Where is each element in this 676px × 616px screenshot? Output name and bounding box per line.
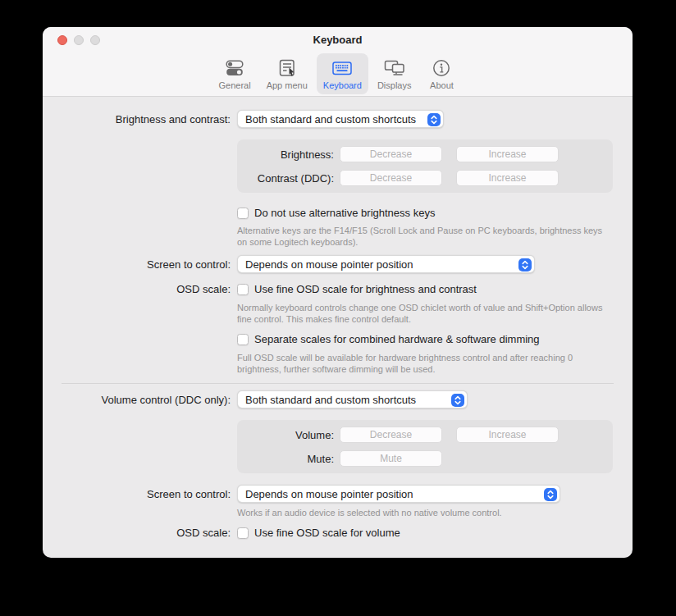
keyboard-settings-pane: Brightness and contrast: Both standard a… [43, 97, 633, 539]
brightness-contrast-label: Brightness and contrast: [43, 113, 237, 125]
window-chrome: Keyboard General [43, 27, 633, 97]
screen-to-control-label: Screen to control: [43, 488, 237, 500]
tab-label: Keyboard [323, 80, 362, 90]
separate-scales-checkbox[interactable] [237, 334, 249, 345]
brightness-screen-dropdown[interactable]: Depends on mouse pointer position [237, 255, 535, 273]
checkbox-label: Use fine OSD scale for volume [254, 527, 400, 539]
tab-label: About [430, 80, 454, 90]
section-divider [62, 383, 614, 384]
preferences-window: Keyboard General [43, 27, 633, 558]
tab-about[interactable]: About [420, 53, 463, 94]
mute-button[interactable]: Mute [340, 450, 442, 467]
osd-scale-label: OSD scale: [43, 527, 237, 539]
dropdown-value: Both standard and custom shortcuts [245, 394, 416, 406]
screen-to-control-volume-row: Screen to control: Depends on mouse poin… [43, 485, 633, 503]
volume-shortcuts-dropdown[interactable]: Both standard and custom shortcuts [237, 390, 468, 408]
tab-keyboard[interactable]: Keyboard [317, 53, 368, 94]
checkbox-label: Use fine OSD scale for brightness and co… [254, 283, 477, 295]
zoom-button[interactable] [90, 35, 100, 45]
fine-osd-volume-checkbox[interactable] [237, 527, 249, 539]
brightness-shortcuts-dropdown[interactable]: Both standard and custom shortcuts [237, 110, 444, 128]
titlebar: Keyboard [43, 27, 633, 52]
tab-general[interactable]: General [212, 53, 258, 94]
separate-scales-row: Separate scales for combined hardware & … [237, 333, 633, 345]
brightness-contrast-row: Brightness and contrast: Both standard a… [43, 110, 633, 128]
shortcut-row-contrast: Contrast (DDC): Decrease Increase [237, 170, 613, 186]
row-label: Brightness: [237, 148, 334, 161]
fine-osd-row: Use fine OSD scale for brightness and co… [237, 283, 477, 295]
brightness-decrease-button[interactable]: Decrease [340, 146, 442, 162]
dropdown-value: Both standard and custom shortcuts [245, 113, 416, 125]
fine-osd-brightness-checkbox[interactable] [237, 284, 249, 295]
volume-screen-dropdown[interactable]: Depends on mouse pointer position [237, 485, 560, 503]
keyboard-icon [331, 57, 354, 79]
osd-scale-row: OSD scale: Use fine OSD scale for bright… [43, 283, 633, 295]
brightness-shortcut-box: Brightness: Decrease Increase Contrast (… [237, 139, 613, 193]
tab-label: General [219, 80, 251, 90]
alt-brightness-keys-checkbox[interactable] [237, 208, 249, 219]
tab-label: App menu [267, 80, 308, 90]
checkbox-label: Separate scales for combined hardware & … [254, 333, 540, 345]
displays-icon [382, 57, 407, 79]
volume-screen-help: Works if an audio device is selected wit… [237, 507, 613, 518]
contrast-increase-button[interactable]: Increase [456, 170, 559, 186]
row-label: Volume: [237, 429, 334, 441]
checkbox-label: Do not use alternative brightness keys [254, 207, 435, 219]
contrast-decrease-button[interactable]: Decrease [340, 170, 442, 186]
stepper-icon [427, 113, 441, 126]
stepper-icon [544, 488, 557, 501]
toolbar: General App menu [43, 52, 633, 94]
fine-osd-help: Normally keyboard controls change one OS… [237, 302, 613, 325]
brightness-increase-button[interactable]: Increase [456, 146, 559, 162]
toggles-icon [224, 57, 245, 79]
screen-to-control-label: Screen to control: [43, 258, 237, 271]
separate-scales-help: Full OSD scale will be available for har… [237, 352, 613, 375]
shortcut-row-volume: Volume: Decrease Increase [237, 427, 613, 443]
row-label: Mute: [237, 453, 334, 465]
tab-app-menu[interactable]: App menu [260, 53, 314, 94]
alt-brightness-keys-help: Alternative keys are the F14/F15 (Scroll… [237, 225, 613, 248]
volume-shortcut-box: Volume: Decrease Increase Mute: Mute [237, 420, 613, 473]
close-button[interactable] [57, 35, 67, 45]
stepper-icon [518, 258, 532, 271]
osd-scale-volume-row: OSD scale: Use fine OSD scale for volume [43, 527, 633, 539]
shortcut-row-brightness: Brightness: Decrease Increase [237, 146, 613, 162]
fine-osd-volume-row: Use fine OSD scale for volume [237, 527, 400, 539]
stepper-icon [451, 394, 464, 407]
osd-scale-label: OSD scale: [43, 283, 237, 295]
info-icon [431, 57, 452, 79]
dropdown-value: Depends on mouse pointer position [245, 258, 413, 271]
screen-to-control-row: Screen to control: Depends on mouse poin… [43, 255, 633, 273]
menu-cursor-icon [276, 57, 298, 79]
alt-brightness-keys-row: Do not use alternative brightness keys [237, 207, 633, 219]
traffic-lights [57, 35, 100, 45]
volume-control-label: Volume control (DDC only): [43, 394, 237, 406]
volume-decrease-button[interactable]: Decrease [340, 427, 442, 443]
window-title: Keyboard [313, 34, 363, 46]
minimize-button[interactable] [74, 35, 84, 45]
volume-increase-button[interactable]: Increase [456, 427, 559, 443]
tab-label: Displays [377, 80, 412, 90]
shortcut-row-mute: Mute: Mute [237, 450, 613, 467]
dropdown-value: Depends on mouse pointer position [245, 488, 413, 500]
volume-control-row: Volume control (DDC only): Both standard… [43, 390, 633, 408]
row-label: Contrast (DDC): [237, 172, 334, 185]
tab-displays[interactable]: Displays [371, 53, 418, 94]
